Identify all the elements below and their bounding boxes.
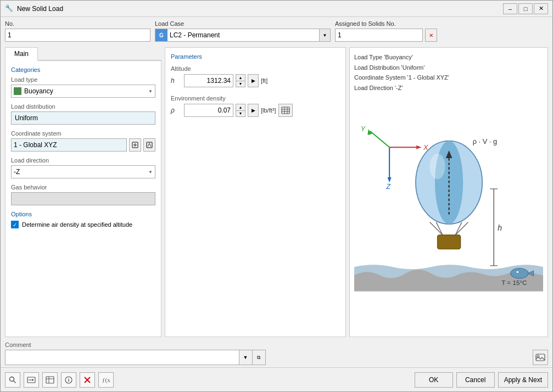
toolbar-right: OK Cancel Apply & Next bbox=[415, 372, 548, 388]
gas-behavior-label: Gas behavior bbox=[11, 184, 155, 191]
env-density-input[interactable] bbox=[184, 104, 233, 117]
env-density-spinners: ▲ ▼ bbox=[236, 104, 245, 117]
gas-behavior-row: Gas behavior bbox=[11, 184, 155, 205]
assigned-wrapper: ✕ bbox=[335, 29, 437, 42]
title-bar: 🔧 New Solid Load – □ ✕ bbox=[1, 1, 552, 17]
right-panel-content: Load Type 'Buoyancy' Load Distribution '… bbox=[349, 47, 548, 337]
load-dir-arrow: ▼ bbox=[148, 170, 153, 175]
altitude-row: Altitude h ▲ ▼ ▶ [ft] bbox=[171, 65, 340, 87]
air-density-label: Determine air density at specified altit… bbox=[22, 221, 132, 228]
assigned-input[interactable] bbox=[335, 29, 423, 42]
bottom-toolbar: ƒ(x) OK Cancel Apply & Next bbox=[1, 367, 552, 391]
search-button[interactable] bbox=[5, 372, 20, 388]
svg-marker-42 bbox=[32, 379, 34, 381]
coord-btn-2[interactable] bbox=[143, 138, 155, 152]
svg-text:Y: Y bbox=[361, 125, 366, 133]
gas-behavior-input[interactable] bbox=[11, 192, 155, 205]
svg-line-24 bbox=[430, 222, 443, 234]
env-density-var: ρ bbox=[171, 107, 182, 114]
minimize-button[interactable]: – bbox=[503, 3, 517, 14]
load-case-dropdown-arrow: ▼ bbox=[319, 29, 330, 41]
title-controls: – □ ✕ bbox=[503, 3, 548, 14]
load-case-select[interactable]: G LC2 - Permanent ▼ bbox=[155, 29, 331, 42]
buoyancy-diagram: Z Y X ρ · V · g bbox=[354, 97, 543, 332]
svg-point-35 bbox=[517, 271, 518, 273]
load-type-color bbox=[14, 87, 21, 95]
comment-right-section bbox=[533, 350, 548, 365]
svg-line-12 bbox=[370, 131, 389, 147]
svg-point-38 bbox=[10, 377, 14, 381]
svg-point-21 bbox=[430, 154, 445, 180]
coord-system-value: 1 - Global XYZ bbox=[14, 141, 57, 149]
middle-panel-content: Parameters Altitude h ▲ ▼ ▶ [ft] bbox=[165, 47, 346, 337]
env-density-play-button[interactable]: ▶ bbox=[248, 104, 259, 117]
close-button[interactable]: ✕ bbox=[534, 3, 548, 14]
comment-input[interactable] bbox=[5, 350, 239, 365]
maximize-button[interactable]: □ bbox=[518, 3, 533, 14]
altitude-spin-up[interactable]: ▲ bbox=[236, 75, 245, 81]
image-button[interactable] bbox=[533, 350, 548, 365]
load-type-arrow: ▼ bbox=[148, 89, 153, 94]
assigned-clear-button[interactable]: ✕ bbox=[425, 29, 437, 42]
cancel-button[interactable]: Cancel bbox=[456, 372, 495, 388]
apply-next-button[interactable]: Apply & Next bbox=[498, 372, 548, 388]
ok-button[interactable]: OK bbox=[415, 372, 453, 388]
density-table-button[interactable] bbox=[278, 104, 293, 117]
altitude-play-button[interactable]: ▶ bbox=[248, 74, 259, 87]
load-info-line1: Load Type 'Buoyancy' bbox=[354, 52, 543, 63]
env-density-spin-up[interactable]: ▲ bbox=[236, 104, 245, 110]
main-window: 🔧 New Solid Load – □ ✕ No. Load Case G L… bbox=[0, 0, 553, 392]
altitude-input-row: h ▲ ▼ ▶ [ft] bbox=[171, 74, 340, 87]
altitude-var: h bbox=[171, 77, 182, 85]
load-type-label: Load type bbox=[11, 76, 155, 83]
altitude-input[interactable] bbox=[184, 74, 233, 87]
svg-text:h: h bbox=[498, 223, 502, 232]
comment-dropdown-button[interactable]: ▼ bbox=[239, 350, 252, 365]
load-dir-select[interactable]: -Z ▼ bbox=[11, 165, 155, 178]
info-button[interactable] bbox=[61, 372, 76, 388]
comment-row: Comment ▼ ⧉ bbox=[1, 339, 552, 367]
air-density-checkbox[interactable]: ✓ bbox=[11, 221, 19, 228]
checkbox-row: ✓ Determine air density at specified alt… bbox=[11, 221, 155, 228]
svg-rect-43 bbox=[46, 377, 54, 383]
coord-system-label: Coordinate system bbox=[11, 130, 155, 137]
assigned-label: Assigned to Solids No. bbox=[335, 20, 437, 27]
svg-point-34 bbox=[511, 268, 529, 278]
load-dist-label: Load distribution bbox=[11, 103, 155, 110]
left-panel: Main Categories Load type Buoyancy ▼ Loa… bbox=[5, 47, 161, 337]
coord-btn-1[interactable] bbox=[129, 138, 141, 152]
toolbar-left: ƒ(x) bbox=[5, 372, 114, 388]
input-button[interactable] bbox=[24, 372, 39, 388]
svg-line-39 bbox=[14, 380, 16, 383]
formula-button[interactable]: ƒ(x) bbox=[98, 372, 114, 388]
bottom-area: Comment ▼ ⧉ bbox=[1, 339, 552, 391]
no-field-group: No. bbox=[5, 20, 150, 42]
tab-main[interactable]: Main bbox=[5, 47, 38, 61]
load-type-row: Load type Buoyancy ▼ bbox=[11, 76, 155, 98]
table-button[interactable] bbox=[42, 372, 58, 388]
load-type-select[interactable]: Buoyancy ▼ bbox=[11, 85, 155, 98]
altitude-spin-down[interactable]: ▼ bbox=[236, 81, 245, 87]
env-density-unit: [lb/ft³] bbox=[261, 107, 276, 114]
load-dir-row: Load direction -Z ▼ bbox=[11, 157, 155, 178]
load-case-label: Load Case bbox=[155, 20, 331, 27]
delete-button[interactable] bbox=[80, 372, 95, 388]
svg-text:ρ · V · g: ρ · V · g bbox=[473, 137, 497, 145]
load-info-line3: Coordinate System '1 - Global XYZ' bbox=[354, 72, 543, 83]
load-dist-field: Uniform bbox=[11, 111, 155, 125]
no-input[interactable] bbox=[5, 29, 150, 42]
window-title: New Solid Load bbox=[17, 5, 503, 13]
middle-panel: Parameters Altitude h ▲ ▼ ▶ [ft] bbox=[165, 47, 346, 337]
checkmark-icon: ✓ bbox=[13, 222, 17, 228]
env-density-input-row: ρ ▲ ▼ ▶ [lb/ft³] bbox=[171, 104, 340, 117]
load-dir-label: Load direction bbox=[11, 157, 155, 164]
load-info-line4: Load Direction '-Z' bbox=[354, 83, 543, 93]
env-density-label: Environment density bbox=[171, 95, 340, 102]
comment-copy-button[interactable]: ⧉ bbox=[252, 350, 265, 365]
diagram-area: Z Y X ρ · V · g bbox=[354, 97, 543, 332]
coord-system-row: Coordinate system 1 - Global XYZ bbox=[11, 130, 155, 152]
load-dist-row: Load distribution Uniform bbox=[11, 103, 155, 125]
app-icon: 🔧 bbox=[5, 4, 14, 13]
right-panel: Load Type 'Buoyancy' Load Distribution '… bbox=[349, 47, 548, 337]
env-density-spin-down[interactable]: ▼ bbox=[236, 111, 245, 117]
